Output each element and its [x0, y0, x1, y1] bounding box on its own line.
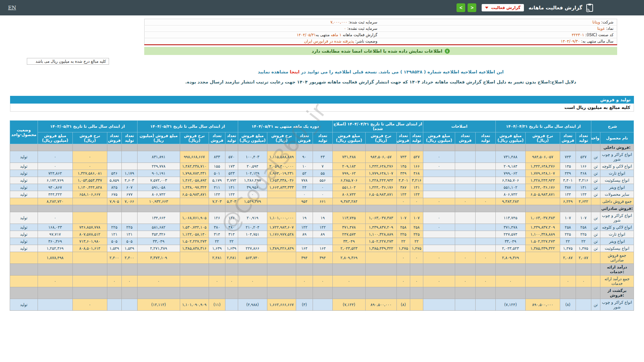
value-cell: ۶,۲۴۹ — [560, 198, 576, 205]
column-header: تعداد تولید — [121, 132, 137, 144]
language-toggle-link[interactable]: EN — [8, 5, 16, 11]
value-cell: ۰ — [38, 163, 72, 170]
value-cell — [107, 151, 121, 163]
product-name-cell: سایر محصولات — [600, 191, 634, 198]
value-cell — [225, 287, 238, 299]
signature-notice-text: اطلاعات نمایش داده شده با اطلاعات امضا ش… — [312, 49, 442, 54]
column-header: تعداد تولید — [475, 132, 495, 144]
value-cell — [455, 231, 475, 238]
value-cell: (۷,۱۲۴) — [332, 299, 365, 311]
value-cell — [225, 264, 238, 276]
value-cell: ۱,۴۲۴,۰۳۶,۱۷۶ — [525, 184, 560, 191]
value-cell: ۲۲۹,۷۷۸ — [137, 163, 180, 170]
value-cell — [121, 144, 137, 151]
value-cell: ۱,۱۷۶,۹۷۷,۵۲۸ — [267, 231, 296, 238]
value-cell: ۲۲ — [209, 238, 225, 245]
value-cell — [525, 276, 560, 287]
group-header: از ابتدای سال مالی تا تاریخ ۱۴۰۳/۰۵/۳۱ — [38, 121, 137, 132]
value-cell — [107, 212, 121, 224]
value-cell — [475, 224, 495, 231]
value-cell — [576, 205, 591, 212]
value-cell: ۳۶۰,۳۶۹ — [38, 238, 72, 245]
product-name-cell: جمع فروش داخلی — [600, 198, 634, 205]
value-cell: ۲۲ — [410, 238, 423, 245]
company-info-cell: سرمایه ثبت نشده: ۰ — [145, 25, 381, 32]
value-cell: ۴۴۴,۲۲۲ — [38, 191, 72, 198]
value-cell — [495, 287, 525, 299]
value-cell — [423, 205, 455, 212]
info-label: نماد: — [605, 26, 613, 31]
value-cell: ۱,۱۰۱,۰۰۰,۰۰۰ — [267, 212, 296, 224]
value-cell — [313, 238, 332, 245]
value-cell — [475, 191, 495, 198]
info-value: ۱ ماهه — [331, 33, 341, 37]
value-cell — [576, 299, 591, 311]
value-cell — [180, 264, 209, 276]
value-cell: ۹۰ — [296, 151, 313, 163]
value-cell — [72, 276, 107, 287]
product-name-cell: جمع درآمد ارائه خدمات — [600, 276, 634, 287]
value-cell: ۲۴۷,۵۷۴ — [495, 231, 525, 238]
value-cell: ۱۴۱ — [576, 184, 591, 191]
value-cell — [525, 144, 560, 151]
value-cell — [475, 151, 495, 163]
value-cell: تن — [591, 231, 600, 238]
next-report-button[interactable]: > — [457, 3, 465, 12]
value-cell: تن — [591, 245, 600, 252]
value-cell: ۲۲ — [225, 238, 238, 245]
group-header: دوره یک ماهه منتهی به ۱۴۰۴/۰۵/۳۱ — [238, 121, 332, 132]
prev-report-button[interactable]: < — [468, 3, 476, 12]
value-cell — [365, 144, 396, 151]
value-cell: ۲۲ — [560, 238, 576, 245]
value-cell: ۰ — [423, 224, 455, 231]
value-cell — [209, 287, 225, 299]
column-header: تعداد تولید — [410, 132, 423, 144]
value-cell — [107, 163, 121, 170]
value-cell — [396, 287, 410, 299]
product-name-cell: انواع ویفر — [600, 184, 634, 191]
info-value: غویتا — [597, 26, 605, 31]
value-cell: ۱,۰۶۳,۰۳۷,۳۸۳ — [365, 212, 396, 224]
value-cell — [313, 287, 332, 299]
value-cell: ۰ — [396, 198, 410, 205]
table-row: انواع کراکر و چوب شورتن(۸)۸۹۰,۵۰۰,۰۰۰(۷,… — [10, 299, 634, 311]
value-cell: ۳۷۱,۴۷۸ — [495, 224, 525, 231]
previous-version-link[interactable]: اینجا — [290, 69, 300, 74]
value-cell: ۱۰۰,۴۰۳ — [238, 151, 267, 163]
group-header: از ابتدای سال مالی تا تاریخ ۱۴۰۴/۰۵/۳۱ — [137, 121, 238, 132]
value-cell: ۳۵۲,۳۲۶ — [137, 231, 180, 238]
value-cell: ۰ — [560, 276, 576, 287]
value-cell — [423, 264, 455, 276]
value-cell: ۰ — [209, 276, 225, 287]
status-cell: تولید — [10, 238, 38, 245]
value-cell: ۱۶۴ — [313, 245, 332, 252]
value-cell: ۱,۱۰۰,۳۲۸,۸۸۹ — [365, 231, 396, 238]
value-cell: ۱,۳۲۷,۵۸۶,۰۸۱ — [72, 170, 107, 177]
value-cell: ۸,۲۸۲,۷۲۰ — [38, 198, 72, 205]
value-cell — [455, 287, 475, 299]
product-name-cell: انواع تارت — [600, 231, 634, 238]
value-cell: ۱,۳۸۵,۴۳۹,۳۲۲ — [525, 245, 560, 252]
status-cell — [10, 252, 38, 264]
value-cell: ۰ — [313, 184, 332, 191]
value-cell — [209, 264, 225, 276]
info-icon: i — [445, 49, 450, 54]
report-type-dropdown[interactable]: گزارش فعالیت — [482, 4, 524, 11]
value-cell — [238, 238, 267, 245]
column-header: مبلغ فروش (میلیون ریال) — [137, 132, 180, 144]
value-cell: ۱۰۷ — [396, 212, 410, 224]
company-info-section: شرکت: ویتاناسرمایه ثبت شده: ۷,۰۰۰,۰۰۰نما… — [144, 19, 617, 45]
value-cell: ۳,۲۱۶ — [576, 177, 591, 184]
product-name-cell: انواع ویفر — [600, 238, 634, 245]
value-cell: ۱,۴۷۵ — [560, 245, 576, 252]
value-cell: ۷۴۶,۸۵۷,۷۷۸ — [72, 224, 107, 231]
value-cell: ۰ — [225, 276, 238, 287]
value-cell — [180, 276, 209, 287]
value-cell: ۲,۰۴۳,۵۲۳ — [332, 245, 365, 252]
value-cell — [591, 198, 600, 205]
table-row: انواع کراکر و چوب شورتن۵۲۷۷۴۳۹۸۴,۵۰۶,۰۵۷… — [10, 151, 634, 163]
value-cell: ۵۲ — [296, 170, 313, 177]
column-header: تعداد فروش — [560, 132, 576, 144]
value-cell: ۲,۴۰۰ — [121, 252, 137, 264]
column-header: نرخ فروش (ریال) — [180, 132, 209, 144]
